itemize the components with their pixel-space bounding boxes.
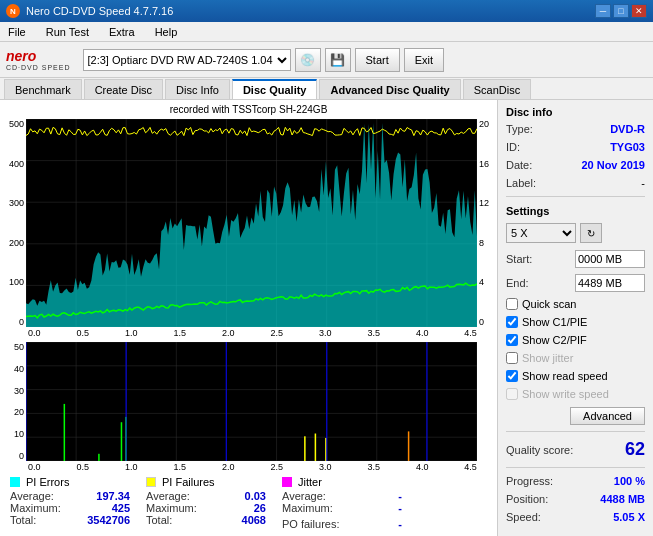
quality-score-label: Quality score: [506,444,573,456]
tab-bar: Benchmark Create Disc Disc Info Disc Qua… [0,78,653,100]
legend-pi-failures: PI Failures Average: 0.03 Maximum: 26 To… [146,476,266,530]
menu-run-test[interactable]: Run Test [42,24,93,40]
app-title: Nero CD-DVD Speed 4.7.7.16 [26,5,173,17]
jitter-title: Jitter [298,476,322,488]
legend-area: PI Errors Average: 197.34 Maximum: 425 T… [2,472,495,534]
menu-file[interactable]: File [4,24,30,40]
tab-advanced-disc-quality[interactable]: Advanced Disc Quality [319,79,460,99]
bottom-chart-x-axis: 0.00.51.01.52.02.53.03.54.04.5 [4,461,493,472]
close-button[interactable]: ✕ [631,4,647,18]
jitter-avg-val: - [398,490,402,502]
top-chart-canvas [26,119,477,327]
start-label: Start: [506,253,532,265]
divider-3 [506,467,645,468]
nero-logo-area: nero CD·DVD SPEED [6,48,71,71]
advanced-button[interactable]: Advanced [570,407,645,425]
quick-scan-row: Quick scan [506,298,645,310]
show-read-speed-checkbox[interactable] [506,370,518,382]
main-content: recorded with TSSTcorp SH-224GB 50040030… [0,100,653,536]
position-value: 4488 MB [600,493,645,505]
id-value: TYG03 [610,141,645,153]
speed-row: Speed: 5.05 X [506,511,645,523]
bottom-chart-y-spacer [477,342,493,461]
settings-refresh-button[interactable]: ↻ [580,223,602,243]
show-c1-pie-label: Show C1/PIE [522,316,587,328]
menu-bar: File Run Test Extra Help [0,22,653,42]
disc-date-row: Date: 20 Nov 2019 [506,159,645,171]
pi-failures-avg-label: Average: [146,490,190,502]
end-label: End: [506,277,529,289]
pi-failures-color [146,477,156,487]
bottom-chart-container [26,342,477,461]
type-label: Type: [506,123,533,135]
maximize-button[interactable]: □ [613,4,629,18]
jitter-max-val: - [398,502,402,514]
nero-logo: nero [6,48,71,64]
pi-errors-avg-val: 197.34 [96,490,130,502]
title-bar-left: N Nero CD-DVD Speed 4.7.7.16 [6,4,173,18]
label-value: - [641,177,645,189]
title-bar: N Nero CD-DVD Speed 4.7.7.16 ─ □ ✕ [0,0,653,22]
start-button[interactable]: Start [355,48,400,72]
pi-failures-avg-val: 0.03 [245,490,266,502]
show-read-speed-row: Show read speed [506,370,645,382]
legend-jitter: Jitter Average: - Maximum: - PO failures… [282,476,402,530]
speed-select[interactable]: 5 X 4 X 8 X Max [506,223,576,243]
quality-score-value: 62 [625,439,645,460]
disc-type-row: Type: DVD-R [506,123,645,135]
pi-failures-title: PI Failures [162,476,215,488]
pi-errors-max-val: 425 [112,502,130,514]
exit-button[interactable]: Exit [404,48,444,72]
show-jitter-row: Show jitter [506,352,645,364]
pi-failures-max-label: Maximum: [146,502,197,514]
po-failures-val: - [398,518,402,530]
pi-errors-avg-label: Average: [10,490,54,502]
tab-benchmark[interactable]: Benchmark [4,79,82,99]
quality-score-row: Quality score: 62 [506,439,645,460]
disc-id-row: ID: TYG03 [506,141,645,153]
pi-failures-total-val: 4068 [242,514,266,526]
show-c1-pie-checkbox[interactable] [506,316,518,328]
end-input[interactable] [575,274,645,292]
start-mb-row: Start: [506,250,645,268]
divider-2 [506,431,645,432]
save-button[interactable]: 💾 [325,48,351,72]
date-label: Date: [506,159,532,171]
tab-disc-info[interactable]: Disc Info [165,79,230,99]
top-chart-x-axis: 0.00.51.01.52.02.53.03.54.04.5 [4,327,493,338]
disc-icon-button[interactable]: 💿 [295,48,321,72]
nero-sub-logo: CD·DVD SPEED [6,64,71,71]
tab-scandisc[interactable]: ScanDisc [463,79,531,99]
speed-label: Speed: [506,511,541,523]
menu-help[interactable]: Help [151,24,182,40]
top-chart-y-axis-left: 5004003002001000 [4,119,26,327]
pi-errors-color [10,477,20,487]
show-write-speed-row: Show write speed [506,388,645,400]
chart-title: recorded with TSSTcorp SH-224GB [2,102,495,117]
progress-label: Progress: [506,475,553,487]
show-c2-pif-checkbox[interactable] [506,334,518,346]
show-c1-pie-row: Show C1/PIE [506,316,645,328]
start-input[interactable] [575,250,645,268]
window-controls[interactable]: ─ □ ✕ [595,4,647,18]
tab-create-disc[interactable]: Create Disc [84,79,163,99]
top-chart-container [26,119,477,327]
speed-value: 5.05 X [613,511,645,523]
speed-settings-row: 5 X 4 X 8 X Max ↻ [506,223,645,243]
pi-errors-title: PI Errors [26,476,69,488]
position-row: Position: 4488 MB [506,493,645,505]
menu-extra[interactable]: Extra [105,24,139,40]
progress-row: Progress: 100 % [506,475,645,487]
app-icon: N [6,4,20,18]
pi-errors-max-label: Maximum: [10,502,61,514]
show-jitter-label: Show jitter [522,352,573,364]
drive-select[interactable]: [2:3] Optiarc DVD RW AD-7240S 1.04 [83,49,291,71]
quick-scan-checkbox[interactable] [506,298,518,310]
id-label: ID: [506,141,520,153]
show-jitter-checkbox[interactable] [506,352,518,364]
show-read-speed-label: Show read speed [522,370,608,382]
minimize-button[interactable]: ─ [595,4,611,18]
tab-disc-quality[interactable]: Disc Quality [232,79,318,99]
end-mb-row: End: [506,274,645,292]
divider-1 [506,196,645,197]
